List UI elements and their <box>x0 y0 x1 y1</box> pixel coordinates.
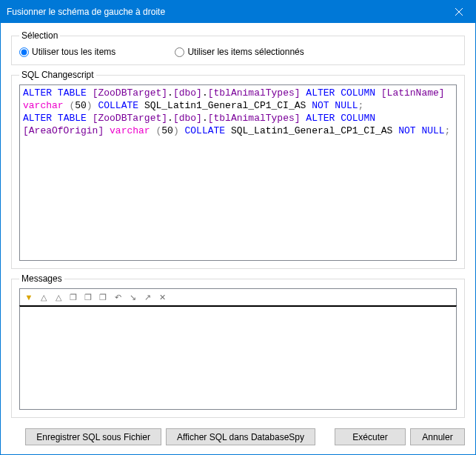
copy-icon[interactable]: ❐ <box>67 291 79 303</box>
info-icon[interactable]: △ <box>53 291 64 303</box>
messages-textarea[interactable] <box>19 305 457 410</box>
save-sql-button[interactable]: Enregistrer SQL sous Fichier <box>25 428 161 445</box>
radio-use-selected-label: Utiliser les items sélectionnés <box>187 47 304 57</box>
filter-icon[interactable]: ▼ <box>23 291 35 303</box>
sql-textarea[interactable]: ALTER TABLE [ZooDBTarget].[dbo].[tblAnim… <box>19 84 457 261</box>
clear-icon[interactable]: ✕ <box>156 291 168 303</box>
changescript-group: SQL Changescript ALTER TABLE [ZooDBTarge… <box>11 70 465 269</box>
close-icon <box>455 8 463 16</box>
copy-all-icon[interactable]: ❐ <box>97 291 109 303</box>
cancel-button[interactable]: Annuler <box>410 428 465 445</box>
messages-legend: Messages <box>19 273 64 284</box>
show-sql-button[interactable]: Afficher SQL dans DatabaseSpy <box>166 428 315 445</box>
selection-legend: Sélection <box>19 30 60 41</box>
messages-group: Messages ▼ △ △ ❐ ❐ ❐ ↶ ↘ ↗ ✕ <box>11 273 465 418</box>
find-icon[interactable]: ↶ <box>112 291 124 303</box>
radio-use-all[interactable]: Utiliser tous les items <box>19 47 115 57</box>
dialog-window: Fusionner le schéma de gauche à droite S… <box>0 0 476 455</box>
warning-icon[interactable]: △ <box>38 291 50 303</box>
link-prev-icon[interactable]: ↘ <box>127 291 138 303</box>
execute-button[interactable]: Exécuter <box>335 428 406 445</box>
radio-use-all-label: Utiliser tous les items <box>32 47 115 57</box>
spacer <box>320 428 330 445</box>
changescript-legend: SQL Changescript <box>19 70 96 80</box>
selection-radio-row: Utiliser tous les items Utiliser les ite… <box>19 45 457 57</box>
radio-use-selected-input[interactable] <box>175 47 184 57</box>
copy-next-icon[interactable]: ❐ <box>82 291 94 303</box>
messages-toolbar: ▼ △ △ ❐ ❐ ❐ ↶ ↘ ↗ ✕ <box>19 288 457 305</box>
radio-use-all-input[interactable] <box>19 47 29 57</box>
selection-group: Sélection Utiliser tous les items Utilis… <box>11 30 465 65</box>
close-button[interactable] <box>442 1 475 23</box>
button-row: Enregistrer SQL sous Fichier Afficher SQ… <box>11 422 465 445</box>
link-next-icon[interactable]: ↗ <box>141 291 153 303</box>
dialog-content: Sélection Utiliser tous les items Utilis… <box>1 23 475 454</box>
titlebar: Fusionner le schéma de gauche à droite <box>1 1 475 23</box>
window-title: Fusionner le schéma de gauche à droite <box>7 7 442 17</box>
radio-use-selected[interactable]: Utiliser les items sélectionnés <box>175 47 304 57</box>
